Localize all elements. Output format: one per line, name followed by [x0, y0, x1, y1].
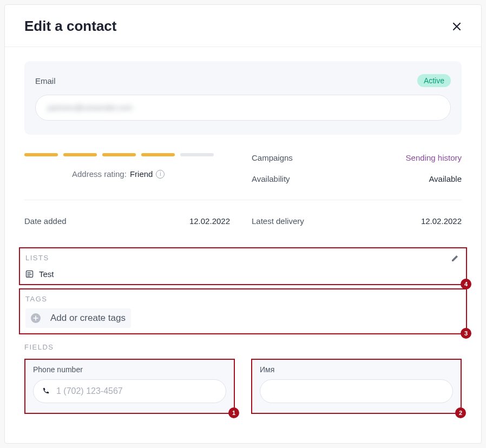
name-field-label: Имя: [260, 365, 453, 374]
rating-value: Friend: [130, 169, 153, 179]
email-panel: Email Active partners@unisender.com: [24, 61, 462, 135]
lists-section: LISTS Test 4: [19, 247, 467, 285]
tags-section: TAGS Add or create tags 3: [19, 288, 467, 334]
list-item-name: Test: [39, 269, 54, 279]
phone-input[interactable]: [56, 386, 217, 396]
rating-bars: [24, 153, 230, 156]
availability-value: Available: [429, 174, 462, 183]
email-value-blurred: partners@unisender.com: [48, 103, 133, 112]
edit-lists-icon[interactable]: [451, 254, 459, 262]
annotation-badge-2: 2: [455, 407, 466, 418]
email-input[interactable]: partners@unisender.com: [35, 95, 451, 121]
phone-icon: [42, 387, 50, 395]
name-field-box: Имя 2: [251, 359, 462, 414]
modal-header: Edit a contact: [5, 5, 481, 47]
annotation-badge-1: 1: [228, 407, 239, 418]
rating-bar-5: [180, 153, 214, 156]
annotation-badge-4: 4: [461, 279, 471, 289]
plus-icon: [31, 313, 41, 323]
rating-label: Address rating:: [72, 169, 127, 179]
status-badge: Active: [417, 74, 451, 87]
rating-bar-3: [102, 153, 136, 156]
rating-bar-4: [141, 153, 175, 156]
add-tags-button[interactable]: Add or create tags: [25, 308, 131, 328]
latest-delivery-label: Latest delivery: [252, 216, 304, 226]
phone-field-box: Phone number 1: [24, 359, 235, 414]
campaigns-label: Campaigns: [252, 153, 293, 162]
list-item: Test: [25, 269, 461, 279]
lists-title: LISTS: [25, 254, 461, 262]
close-icon[interactable]: [452, 22, 462, 31]
add-tags-label: Add or create tags: [50, 313, 126, 324]
fields-title: FIELDS: [24, 343, 462, 351]
rating-bar-2: [63, 153, 97, 156]
latest-delivery-value: 12.02.2022: [421, 216, 462, 226]
date-added-value: 12.02.2022: [189, 216, 230, 226]
name-input[interactable]: [269, 386, 444, 396]
date-added-label: Date added: [24, 216, 67, 226]
phone-field-label: Phone number: [33, 365, 226, 374]
list-item-icon: [25, 270, 34, 278]
info-icon[interactable]: i: [156, 170, 165, 179]
sending-history-link[interactable]: Sending history: [406, 153, 462, 162]
edit-contact-modal: Edit a contact Email Active partners@uni…: [4, 4, 482, 444]
modal-title: Edit a contact: [24, 18, 116, 35]
rating-bar-1: [24, 153, 58, 156]
annotation-badge-3: 3: [461, 328, 471, 339]
availability-label: Availability: [252, 174, 290, 183]
divider: [24, 200, 462, 200]
tags-title: TAGS: [25, 295, 461, 303]
email-label: Email: [35, 76, 56, 85]
